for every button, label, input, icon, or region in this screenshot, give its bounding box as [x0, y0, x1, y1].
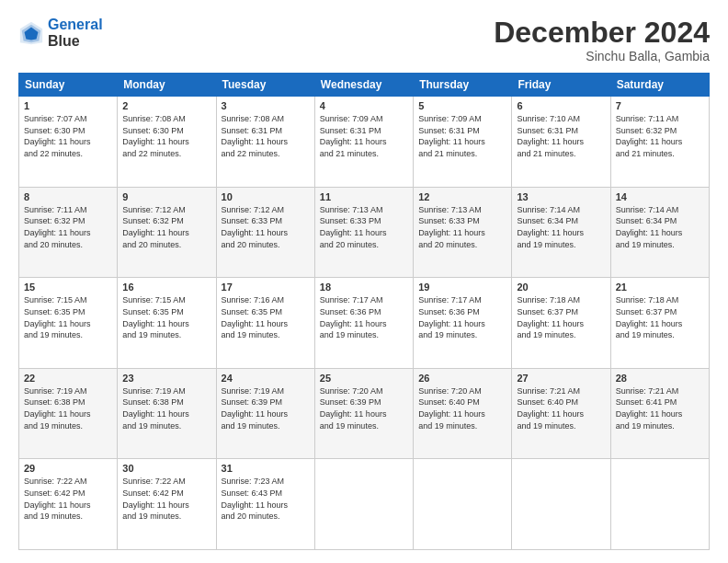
calendar-week-1: 1Sunrise: 7:07 AM Sunset: 6:30 PM Daylig…: [19, 97, 710, 188]
day-number: 14: [616, 191, 704, 202]
calendar-cell: 13Sunrise: 7:14 AM Sunset: 6:34 PM Dayli…: [512, 187, 610, 278]
day-number: 4: [320, 100, 408, 111]
calendar-cell: [512, 459, 610, 550]
calendar-cell: 10Sunrise: 7:12 AM Sunset: 6:33 PM Dayli…: [216, 187, 314, 278]
day-info: Sunrise: 7:18 AM Sunset: 6:37 PM Dayligh…: [616, 294, 704, 340]
calendar-cell: 8Sunrise: 7:11 AM Sunset: 6:32 PM Daylig…: [19, 187, 118, 278]
header: General Blue December 2024 Sinchu Balla,…: [18, 17, 710, 63]
day-info: Sunrise: 7:10 AM Sunset: 6:31 PM Dayligh…: [517, 113, 605, 159]
logo-line1: General: [48, 17, 103, 32]
day-number: 28: [616, 373, 704, 384]
day-info: Sunrise: 7:11 AM Sunset: 6:32 PM Dayligh…: [24, 204, 112, 250]
day-number: 7: [616, 100, 704, 111]
day-info: Sunrise: 7:14 AM Sunset: 6:34 PM Dayligh…: [616, 204, 704, 250]
calendar-cell: 5Sunrise: 7:09 AM Sunset: 6:31 PM Daylig…: [414, 97, 512, 188]
calendar-header-friday: Friday: [512, 74, 610, 97]
day-number: 30: [122, 463, 210, 474]
calendar-header-sunday: Sunday: [19, 74, 118, 97]
month-title: December 2024: [494, 17, 710, 49]
day-info: Sunrise: 7:08 AM Sunset: 6:30 PM Dayligh…: [122, 113, 210, 159]
calendar-week-2: 8Sunrise: 7:11 AM Sunset: 6:32 PM Daylig…: [19, 187, 710, 278]
day-number: 18: [320, 282, 408, 293]
calendar-cell: 9Sunrise: 7:12 AM Sunset: 6:32 PM Daylig…: [118, 187, 216, 278]
day-info: Sunrise: 7:22 AM Sunset: 6:42 PM Dayligh…: [24, 476, 112, 522]
day-number: 1: [24, 100, 112, 111]
calendar-cell: 28Sunrise: 7:21 AM Sunset: 6:41 PM Dayli…: [610, 368, 709, 459]
day-number: 3: [222, 100, 310, 111]
day-number: 8: [24, 191, 112, 202]
calendar-cell: 21Sunrise: 7:18 AM Sunset: 6:37 PM Dayli…: [610, 278, 709, 369]
day-number: 5: [418, 100, 506, 111]
day-number: 27: [517, 373, 605, 384]
calendar-cell: [314, 459, 413, 550]
day-number: 24: [222, 373, 310, 384]
day-info: Sunrise: 7:12 AM Sunset: 6:32 PM Dayligh…: [122, 204, 210, 250]
calendar-cell: 7Sunrise: 7:11 AM Sunset: 6:32 PM Daylig…: [610, 97, 709, 188]
calendar-cell: 11Sunrise: 7:13 AM Sunset: 6:33 PM Dayli…: [314, 187, 413, 278]
day-number: 6: [517, 100, 605, 111]
calendar-week-3: 15Sunrise: 7:15 AM Sunset: 6:35 PM Dayli…: [19, 278, 710, 369]
calendar-cell: 27Sunrise: 7:21 AM Sunset: 6:40 PM Dayli…: [512, 368, 610, 459]
day-info: Sunrise: 7:11 AM Sunset: 6:32 PM Dayligh…: [616, 113, 704, 159]
calendar-cell: 22Sunrise: 7:19 AM Sunset: 6:38 PM Dayli…: [19, 368, 118, 459]
day-number: 10: [222, 191, 310, 202]
calendar-header-row: SundayMondayTuesdayWednesdayThursdayFrid…: [19, 74, 710, 97]
day-number: 23: [122, 373, 210, 384]
day-info: Sunrise: 7:09 AM Sunset: 6:31 PM Dayligh…: [418, 113, 506, 159]
day-number: 21: [616, 282, 704, 293]
day-info: Sunrise: 7:17 AM Sunset: 6:36 PM Dayligh…: [418, 294, 506, 340]
logo-icon: [18, 20, 44, 46]
calendar-cell: [414, 459, 512, 550]
day-number: 9: [122, 191, 210, 202]
calendar-cell: 31Sunrise: 7:23 AM Sunset: 6:43 PM Dayli…: [216, 459, 314, 550]
day-info: Sunrise: 7:19 AM Sunset: 6:39 PM Dayligh…: [222, 385, 310, 431]
day-number: 29: [24, 463, 112, 474]
calendar-cell: 29Sunrise: 7:22 AM Sunset: 6:42 PM Dayli…: [19, 459, 118, 550]
calendar-cell: 14Sunrise: 7:14 AM Sunset: 6:34 PM Dayli…: [610, 187, 709, 278]
day-info: Sunrise: 7:09 AM Sunset: 6:31 PM Dayligh…: [320, 113, 408, 159]
calendar-cell: 26Sunrise: 7:20 AM Sunset: 6:40 PM Dayli…: [414, 368, 512, 459]
title-block: December 2024 Sinchu Balla, Gambia: [494, 17, 710, 63]
day-info: Sunrise: 7:22 AM Sunset: 6:42 PM Dayligh…: [122, 476, 210, 522]
day-number: 15: [24, 282, 112, 293]
calendar-header-saturday: Saturday: [610, 74, 709, 97]
logo-line2: Blue: [48, 33, 103, 50]
day-number: 20: [517, 282, 605, 293]
day-info: Sunrise: 7:18 AM Sunset: 6:37 PM Dayligh…: [517, 294, 605, 340]
day-info: Sunrise: 7:21 AM Sunset: 6:41 PM Dayligh…: [616, 385, 704, 431]
logo: General Blue: [18, 17, 103, 49]
calendar-header-tuesday: Tuesday: [216, 74, 314, 97]
calendar-cell: 2Sunrise: 7:08 AM Sunset: 6:30 PM Daylig…: [118, 97, 216, 188]
calendar-cell: 24Sunrise: 7:19 AM Sunset: 6:39 PM Dayli…: [216, 368, 314, 459]
calendar-cell: 20Sunrise: 7:18 AM Sunset: 6:37 PM Dayli…: [512, 278, 610, 369]
calendar-cell: 4Sunrise: 7:09 AM Sunset: 6:31 PM Daylig…: [314, 97, 413, 188]
calendar-cell: 15Sunrise: 7:15 AM Sunset: 6:35 PM Dayli…: [19, 278, 118, 369]
calendar-cell: 23Sunrise: 7:19 AM Sunset: 6:38 PM Dayli…: [118, 368, 216, 459]
day-number: 25: [320, 373, 408, 384]
day-number: 11: [320, 191, 408, 202]
calendar-cell: 6Sunrise: 7:10 AM Sunset: 6:31 PM Daylig…: [512, 97, 610, 188]
calendar-header-wednesday: Wednesday: [314, 74, 413, 97]
calendar-cell: 12Sunrise: 7:13 AM Sunset: 6:33 PM Dayli…: [414, 187, 512, 278]
day-number: 19: [418, 282, 506, 293]
logo-text: General Blue: [48, 17, 103, 49]
location: Sinchu Balla, Gambia: [494, 49, 710, 63]
day-info: Sunrise: 7:08 AM Sunset: 6:31 PM Dayligh…: [222, 113, 310, 159]
day-info: Sunrise: 7:19 AM Sunset: 6:38 PM Dayligh…: [122, 385, 210, 431]
day-number: 13: [517, 191, 605, 202]
day-info: Sunrise: 7:13 AM Sunset: 6:33 PM Dayligh…: [418, 204, 506, 250]
day-info: Sunrise: 7:15 AM Sunset: 6:35 PM Dayligh…: [122, 294, 210, 340]
calendar-cell: 16Sunrise: 7:15 AM Sunset: 6:35 PM Dayli…: [118, 278, 216, 369]
day-info: Sunrise: 7:23 AM Sunset: 6:43 PM Dayligh…: [222, 476, 310, 522]
day-number: 17: [222, 282, 310, 293]
page: General Blue December 2024 Sinchu Balla,…: [0, 0, 728, 563]
calendar-week-4: 22Sunrise: 7:19 AM Sunset: 6:38 PM Dayli…: [19, 368, 710, 459]
calendar-cell: 25Sunrise: 7:20 AM Sunset: 6:39 PM Dayli…: [314, 368, 413, 459]
day-number: 2: [122, 100, 210, 111]
day-info: Sunrise: 7:12 AM Sunset: 6:33 PM Dayligh…: [222, 204, 310, 250]
calendar-week-5: 29Sunrise: 7:22 AM Sunset: 6:42 PM Dayli…: [19, 459, 710, 550]
calendar-cell: [610, 459, 709, 550]
day-info: Sunrise: 7:14 AM Sunset: 6:34 PM Dayligh…: [517, 204, 605, 250]
calendar-cell: 30Sunrise: 7:22 AM Sunset: 6:42 PM Dayli…: [118, 459, 216, 550]
calendar-table: SundayMondayTuesdayWednesdayThursdayFrid…: [18, 73, 710, 550]
